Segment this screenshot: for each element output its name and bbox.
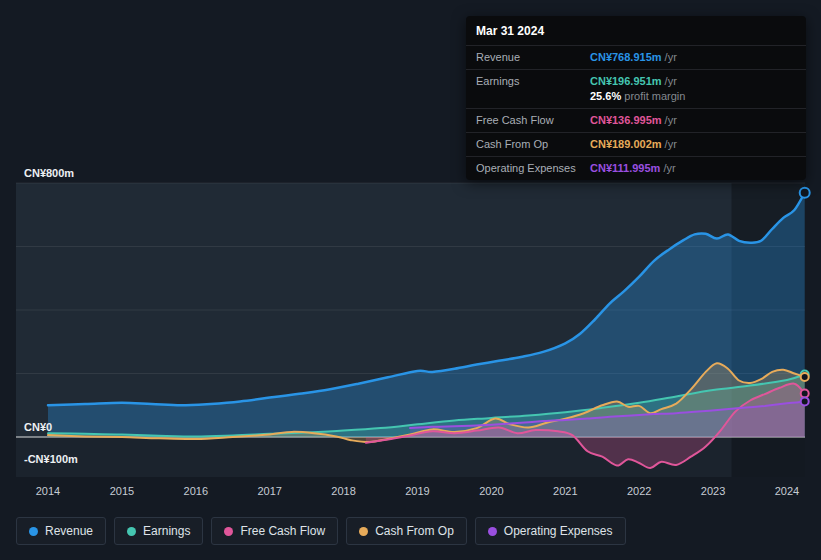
x-axis-label: 2014 — [36, 485, 60, 497]
series-endpoint-revenue[interactable] — [800, 188, 810, 198]
chart-tooltip: Mar 31 2024 RevenueCN¥768.915m /yrEarnin… — [466, 16, 806, 180]
legend-dot-earnings — [127, 527, 136, 536]
tooltip-row-value: CN¥136.995m /yr — [590, 113, 796, 128]
tooltip-row-value: CN¥196.951m /yr25.6% profit margin — [590, 74, 796, 104]
y-axis-label: CN¥800m — [24, 167, 74, 179]
legend-item-earnings[interactable]: Earnings — [114, 517, 203, 545]
x-axis-label: 2017 — [257, 485, 281, 497]
legend-item-operating-expenses[interactable]: Operating Expenses — [475, 517, 626, 545]
tooltip-row-free-cash-flow: Free Cash FlowCN¥136.995m /yr — [466, 108, 806, 132]
x-axis-label: 2018 — [331, 485, 355, 497]
x-axis-label: 2019 — [405, 485, 429, 497]
series-endpoint-cash-from-op[interactable] — [801, 373, 809, 381]
tooltip-rows: RevenueCN¥768.915m /yrEarningsCN¥196.951… — [466, 45, 806, 180]
y-axis-label: CN¥0 — [24, 421, 52, 433]
tooltip-row-label: Operating Expenses — [476, 161, 590, 176]
legend-dot-cash-from-op — [359, 527, 368, 536]
tooltip-row-label: Earnings — [476, 74, 590, 104]
profit-margin-line: 25.6% profit margin — [590, 89, 796, 104]
tooltip-row-cash-from-op: Cash From OpCN¥189.002m /yr — [466, 132, 806, 156]
tooltip-row-earnings: EarningsCN¥196.951m /yr25.6% profit marg… — [466, 69, 806, 108]
legend-label: Operating Expenses — [504, 524, 613, 538]
tooltip-row-label: Cash From Op — [476, 137, 590, 152]
series-endpoint-operating-expenses[interactable] — [801, 397, 809, 405]
legend-dot-operating-expenses — [488, 527, 497, 536]
chart-legend: RevenueEarningsFree Cash FlowCash From O… — [16, 517, 626, 545]
series-endpoint-free-cash-flow[interactable] — [801, 390, 809, 398]
x-axis-label: 2020 — [479, 485, 503, 497]
legend-label: Free Cash Flow — [240, 524, 325, 538]
x-axis-label: 2024 — [775, 485, 799, 497]
x-axis-label: 2023 — [701, 485, 725, 497]
x-axis-label: 2022 — [627, 485, 651, 497]
tooltip-row-revenue: RevenueCN¥768.915m /yr — [466, 45, 806, 69]
legend-item-free-cash-flow[interactable]: Free Cash Flow — [211, 517, 338, 545]
legend-label: Revenue — [45, 524, 93, 538]
legend-item-cash-from-op[interactable]: Cash From Op — [346, 517, 467, 545]
tooltip-row-label: Revenue — [476, 50, 590, 65]
tooltip-row-value: CN¥111.995m /yr — [590, 161, 796, 176]
x-axis-label: 2016 — [184, 485, 208, 497]
x-axis-label: 2021 — [553, 485, 577, 497]
legend-label: Cash From Op — [375, 524, 454, 538]
tooltip-date: Mar 31 2024 — [466, 16, 806, 45]
legend-dot-revenue — [29, 527, 38, 536]
tooltip-row-operating-expenses: Operating ExpensesCN¥111.995m /yr — [466, 156, 806, 180]
chart-page: CN¥800mCN¥0-CN¥100m201420152016201720182… — [0, 0, 821, 560]
legend-label: Earnings — [143, 524, 190, 538]
y-axis-label: -CN¥100m — [24, 453, 78, 465]
tooltip-row-value: CN¥189.002m /yr — [590, 137, 796, 152]
tooltip-row-value: CN¥768.915m /yr — [590, 50, 796, 65]
tooltip-row-label: Free Cash Flow — [476, 113, 590, 128]
legend-item-revenue[interactable]: Revenue — [16, 517, 106, 545]
x-axis-label: 2015 — [110, 485, 134, 497]
legend-dot-free-cash-flow — [224, 527, 233, 536]
